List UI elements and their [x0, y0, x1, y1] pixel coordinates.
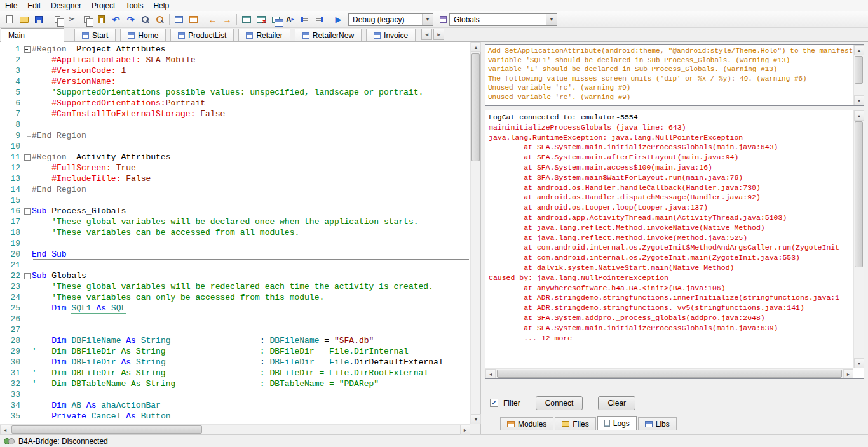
outdent-button[interactable] — [297, 13, 312, 27]
clear-button[interactable]: Clear — [598, 396, 635, 410]
code-line[interactable]: 11#Region Activity Attributes — [0, 152, 470, 163]
line-number[interactable]: 32 — [0, 378, 23, 389]
logs-vscrollbar[interactable]: ▲ ▼ — [853, 110, 864, 368]
run-button[interactable] — [331, 13, 346, 27]
code-line[interactable]: 29' Dim DBFileDir As String : DBFileDir … — [0, 346, 470, 357]
line-number[interactable]: 11 — [0, 152, 23, 163]
scroll-up-button[interactable]: ▲ — [854, 45, 864, 55]
line-number[interactable]: 30 — [0, 357, 23, 368]
code-line[interactable]: 13 #IncludeTitle: False — [0, 173, 470, 184]
chevron-down-icon[interactable]: ▼ — [422, 14, 433, 25]
line-number[interactable]: 19 — [0, 238, 23, 249]
paste-special-button[interactable] — [50, 13, 65, 27]
line-number[interactable]: 6 — [0, 98, 23, 109]
new-file-button[interactable] — [2, 13, 17, 27]
line-number[interactable]: 16 — [0, 206, 23, 217]
tab-retailer[interactable]: Retailer — [238, 29, 290, 41]
logs-vscroll-thumb[interactable] — [855, 121, 863, 267]
code-line[interactable]: 27 — [0, 324, 470, 335]
code-line[interactable]: 16Sub Process_Globals — [0, 206, 470, 217]
panel-tab-logs[interactable]: Logs — [597, 416, 637, 430]
editor-window-button[interactable] — [172, 13, 186, 27]
paste-button[interactable] — [94, 13, 109, 27]
code-line[interactable]: 32' Dim DBTableName As String : DBTableN… — [0, 378, 470, 389]
warning-message[interactable]: Variable 'I' should be declared in Sub P… — [488, 65, 850, 74]
log-message[interactable]: at SFA.System.main.afterFirstLayout(main… — [489, 152, 850, 163]
line-number[interactable]: 17 — [0, 217, 23, 227]
code-line[interactable]: 23 'These global variables will be redec… — [0, 281, 470, 292]
log-message[interactable]: at android.os.Looper.loop(Looper.java:13… — [489, 203, 850, 213]
find-next-button[interactable] — [153, 13, 167, 27]
log-message[interactable]: at SFA.System.addpro._process_globals(ad… — [489, 313, 850, 323]
code-line[interactable]: 6 #SupportedOrientations:Portrait — [0, 98, 470, 109]
panel-tab-files[interactable]: Files — [555, 417, 595, 430]
tab-invoice[interactable]: Invoice — [366, 29, 416, 41]
redo-button[interactable] — [123, 13, 138, 27]
fold-toggle-icon[interactable] — [23, 270, 32, 281]
scroll-down-button[interactable]: ▼ — [471, 414, 481, 424]
fold-toggle-icon[interactable] — [23, 152, 32, 163]
menu-edit[interactable]: Edit — [22, 1, 46, 11]
line-number[interactable]: 7 — [0, 109, 23, 119]
code-line[interactable]: 3 #VersionCode: 1 — [0, 65, 470, 76]
warning-message[interactable]: The following value misses screen units … — [488, 74, 850, 84]
scroll-left-button[interactable]: ◄ — [0, 425, 10, 435]
code-line[interactable]: 30 Dim DBFileDir As String : DBFileDir =… — [0, 357, 470, 368]
line-number[interactable]: 28 — [0, 335, 23, 346]
line-number[interactable]: 23 — [0, 281, 23, 292]
line-number[interactable]: 33 — [0, 389, 23, 400]
close-screen-button[interactable] — [254, 13, 268, 27]
line-number[interactable]: 2 — [0, 55, 23, 65]
warning-message[interactable]: Variable 'SQL1' should be declared in Su… — [488, 56, 850, 65]
code-line[interactable]: 21 — [0, 260, 470, 270]
code-line[interactable]: 19 — [0, 238, 470, 249]
line-number[interactable]: 14 — [0, 184, 23, 195]
log-message[interactable]: at com.android.internal.os.ZygoteInit.ma… — [489, 253, 850, 263]
font-size-button[interactable] — [283, 13, 297, 27]
line-number[interactable]: 34 — [0, 400, 23, 411]
code-line[interactable]: 9#End Region — [0, 130, 470, 141]
line-number[interactable]: 9 — [0, 130, 23, 141]
code-line[interactable]: 28 Dim DBFileName As String : DBFileName… — [0, 335, 470, 346]
line-number[interactable]: 13 — [0, 173, 23, 184]
code-line[interactable]: 25 Dim SQL1 As SQL — [0, 303, 470, 314]
cut-button[interactable] — [65, 13, 79, 27]
log-message[interactable]: at ADR.stringdemo.stringfunctions._vv5(s… — [489, 303, 850, 313]
line-number[interactable]: 24 — [0, 292, 23, 303]
logs-hscroll-thumb[interactable] — [497, 370, 842, 378]
warning-message[interactable]: Unused variable 'rc'. (warning #9) — [488, 83, 850, 93]
chevron-down-icon[interactable]: ▼ — [546, 14, 557, 25]
fold-toggle-icon[interactable] — [23, 44, 32, 55]
line-number[interactable]: 18 — [0, 227, 23, 238]
log-message[interactable]: at android.os.Handler.dispatchMessage(Ha… — [489, 192, 850, 203]
log-message[interactable]: at SFA.System.main.initializeProcessGlob… — [489, 323, 850, 333]
line-number[interactable]: 5 — [0, 87, 23, 98]
copy-button[interactable] — [79, 13, 94, 27]
scroll-right-button[interactable]: ► — [460, 425, 470, 435]
editor-vscrollbar[interactable]: ▲ ▼ — [470, 42, 480, 424]
scope-select[interactable]: Globals ▼ — [449, 13, 557, 26]
log-message[interactable]: at anywheresoftware.b4a.BA.<init>(BA.jav… — [489, 283, 850, 293]
scroll-down-button[interactable]: ▼ — [854, 358, 864, 368]
warning-message[interactable]: Unused variable 'rc'. (warning #9) — [488, 93, 850, 102]
log-message[interactable]: at SFA.System.main$WaitForLayout.run(mai… — [489, 173, 850, 183]
log-message[interactable]: LogCat connected to: emulator-5554 — [489, 112, 850, 123]
scroll-left-button[interactable]: ◄ — [485, 369, 496, 379]
code-line[interactable]: 15 — [0, 195, 470, 206]
editor-hscrollbar[interactable]: ◄ ► — [0, 424, 470, 434]
code-lines[interactable]: 1#Region Project Attributes2 #Applicatio… — [0, 42, 470, 424]
menu-designer[interactable]: Designer — [46, 1, 86, 11]
menu-help[interactable]: Help — [148, 1, 174, 11]
line-number[interactable]: 25 — [0, 303, 23, 314]
line-number[interactable]: 27 — [0, 324, 23, 335]
log-message[interactable]: at SFA.System.main.initializeProcessGlob… — [489, 142, 850, 152]
logs-panel[interactable]: LogCat connected to: emulator-5554mainin… — [485, 110, 864, 379]
tab-productlist[interactable]: ProductList — [170, 29, 234, 41]
tab-retailernew[interactable]: RetailerNew — [295, 29, 362, 41]
code-line[interactable]: 8 — [0, 119, 470, 130]
log-message[interactable]: at android.app.ActivityThread.main(Activ… — [489, 213, 850, 223]
save-button[interactable] — [31, 13, 46, 27]
indent-button[interactable] — [312, 13, 327, 27]
code-line[interactable]: 5 'SupportedOrientations possible values… — [0, 87, 470, 98]
panel-tab-modules[interactable]: Modules — [500, 417, 553, 430]
